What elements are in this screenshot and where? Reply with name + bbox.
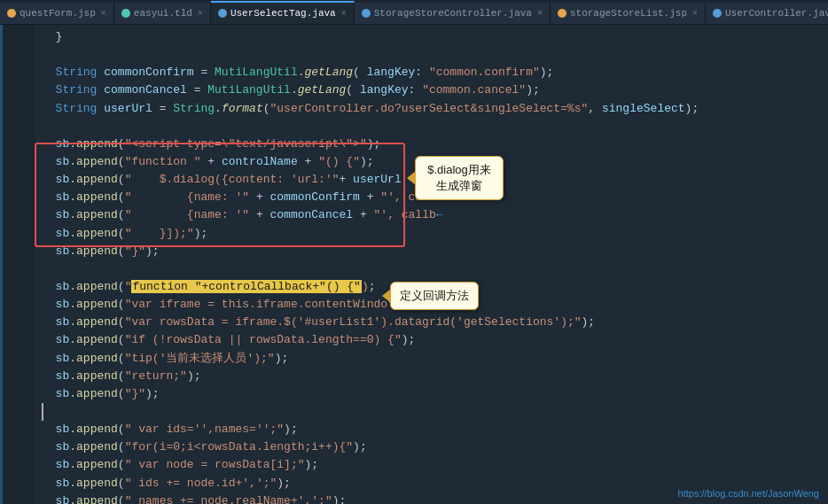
tab-easyui[interactable]: easyui.tld × — [114, 3, 211, 24]
tab-icon — [362, 9, 371, 18]
code-line: sb.append("}"); — [42, 243, 821, 260]
tab-label: StorageStoreController.java — [374, 8, 532, 19]
tab-icon — [558, 9, 566, 18]
tab-storagelist[interactable]: storageStoreList.jsp × — [551, 3, 706, 24]
code-line: sb.append("if (!rowsData || rowsData.len… — [42, 331, 821, 349]
tab-close[interactable]: × — [101, 9, 106, 19]
tab-questform[interactable]: questForm.jsp × — [0, 3, 114, 24]
code-line: sb.append(" var node = rowsData[i];"); — [42, 456, 821, 474]
code-line: String userUrl = String.format("userCont… — [42, 100, 821, 118]
code-area: } String commonConfirm = MutiLangUtil.ge… — [0, 25, 828, 504]
code-line — [42, 403, 821, 421]
code-line: sb.append("<script type=\"text/javascrip… — [42, 136, 821, 153]
tab-close[interactable]: × — [537, 9, 543, 19]
tooltip-callback: 定义回调方法 — [390, 282, 479, 310]
code-line: sb.append("for(i=0;i<rowsData.length;i++… — [42, 438, 821, 456]
tab-usercontroller[interactable]: UserController.java × — [706, 3, 828, 24]
tab-icon — [121, 9, 130, 18]
tooltip-dialog: $.dialog用来生成弹窗 — [415, 156, 504, 200]
tab-label: questForm.jsp — [20, 8, 96, 19]
tab-label: UserController.java — [725, 8, 828, 19]
code-line: sb.append("tip('当前未选择人员');"); — [42, 350, 821, 368]
code-line: String commonConfirm = MutiLangUtil.getL… — [42, 64, 821, 81]
tab-close[interactable]: × — [198, 9, 203, 19]
code-line: sb.append("return;"); — [42, 368, 821, 385]
code-line — [42, 260, 821, 278]
tab-close[interactable]: × — [341, 9, 347, 19]
code-editor[interactable]: } String commonConfirm = MutiLangUtil.ge… — [35, 25, 828, 504]
line-numbers — [3, 25, 35, 504]
code-line: } — [42, 28, 821, 46]
watermark: https://blog.csdn.net/JasonWeng — [678, 488, 819, 499]
code-line: sb.append(" }]);"); — [42, 225, 821, 243]
tab-storagestore[interactable]: StorageStoreController.java × — [355, 3, 551, 24]
tab-close[interactable]: × — [692, 9, 698, 19]
code-line — [42, 46, 821, 64]
code-line: String commonCancel = MutiLangUtil.getLa… — [42, 81, 821, 99]
code-line: sb.append("var rowsData = iframe.$('#use… — [42, 314, 821, 331]
tab-bar: questForm.jsp × easyui.tld × UserSelectT… — [0, 0, 828, 25]
code-line: sb.append(" {name: '" + commonCancel + "… — [42, 206, 821, 224]
tab-userselecttag[interactable]: UserSelectTag.java × — [211, 1, 355, 24]
tab-label: storageStoreList.jsp — [570, 8, 687, 19]
code-line: sb.append("}"); — [42, 385, 821, 403]
tab-icon — [713, 9, 722, 18]
code-line — [42, 118, 821, 136]
tab-label: UserSelectTag.java — [230, 8, 336, 19]
tab-icon — [218, 9, 227, 18]
tab-icon — [7, 9, 16, 18]
tab-label: easyui.tld — [134, 8, 192, 19]
code-line: sb.append(" var ids='',names='';"); — [42, 421, 821, 438]
